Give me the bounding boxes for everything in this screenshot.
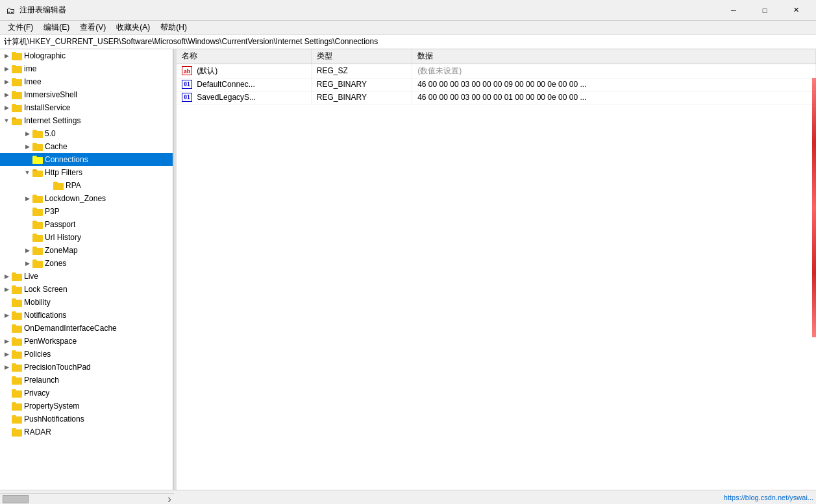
close-button[interactable]: ✕ — [781, 0, 811, 21]
expand-internet-settings[interactable] — [1, 115, 12, 126]
expand-penworkspace[interactable] — [1, 336, 12, 346]
tree-label-holographic: Holographic — [24, 51, 66, 60]
cell-name-savedlegacy[interactable]: 01 SavedLegacyS... — [177, 91, 311, 104]
tree-item-p3p[interactable]: P3P — [0, 205, 173, 218]
tree-item-internet-settings[interactable]: Internet Settings — [0, 114, 173, 127]
expand-lock-screen[interactable] — [1, 284, 12, 294]
folder-icon-penworkspace — [12, 337, 22, 346]
expand-imee[interactable] — [1, 77, 12, 87]
tree-label-lock-screen: Lock Screen — [24, 285, 68, 294]
expand-ondemand[interactable] — [1, 323, 12, 333]
expand-policies[interactable] — [1, 349, 12, 359]
menu-favorites[interactable]: 收藏夹(A) — [111, 21, 155, 34]
tree-item-mobility[interactable]: Mobility — [0, 296, 173, 309]
expand-notifications[interactable] — [1, 310, 12, 320]
folder-icon-ime — [12, 64, 22, 73]
expand-p3p[interactable] — [22, 206, 32, 217]
tree-item-rpa[interactable]: RPA — [0, 179, 173, 192]
tree-item-http-filters[interactable]: Http Filters — [0, 166, 173, 179]
col-header-data[interactable]: 数据 — [412, 49, 816, 64]
tree-item-connections[interactable]: Connections — [0, 153, 173, 166]
col-header-type[interactable]: 类型 — [311, 49, 412, 64]
table-row[interactable]: 01 DefaultConnec... REG_BINARY 46 00 00 … — [177, 78, 816, 91]
tree-item-live[interactable]: Live — [0, 270, 173, 283]
expand-prelaunch[interactable] — [1, 375, 12, 385]
expand-pushnotifications[interactable] — [1, 414, 12, 424]
menu-file[interactable]: 文件(F) — [3, 21, 38, 34]
expand-live[interactable] — [1, 271, 12, 282]
expand-precisiontouchpad[interactable] — [1, 362, 12, 372]
menu-view[interactable]: 查看(V) — [75, 21, 111, 34]
value-icon-binary-2: 01 — [182, 93, 192, 102]
tree-item-prelaunch[interactable]: Prelaunch — [0, 374, 173, 387]
expand-cache[interactable] — [22, 141, 32, 152]
expand-zones[interactable] — [22, 258, 32, 269]
main-content: Holographic ime Imee ImmersiveShell Inst… — [0, 49, 816, 490]
table-row[interactable]: 01 SavedLegacyS... REG_BINARY 46 00 00 0… — [177, 91, 816, 104]
tree-item-passport[interactable]: Passport — [0, 218, 173, 231]
tree-label-http-filters: Http Filters — [45, 168, 82, 177]
tree-item-privacy[interactable]: Privacy — [0, 387, 173, 400]
expand-zonemap[interactable] — [22, 245, 32, 256]
tree-item-immersiveshell[interactable]: ImmersiveShell — [0, 88, 173, 101]
tree-item-lock-screen[interactable]: Lock Screen — [0, 283, 173, 296]
expand-url-history[interactable] — [22, 232, 32, 243]
expand-rpa[interactable] — [43, 180, 53, 191]
tree-item-5.0[interactable]: 5.0 — [0, 127, 173, 140]
expand-propertysystem[interactable] — [1, 401, 12, 411]
col-header-name[interactable]: 名称 — [177, 49, 311, 64]
expand-connections[interactable] — [22, 154, 32, 165]
folder-icon-radar — [12, 427, 22, 437]
minimize-button[interactable]: ─ — [719, 0, 748, 21]
tree-label-penworkspace: PenWorkspace — [24, 337, 77, 346]
tree-item-url-history[interactable]: Url History — [0, 231, 173, 244]
tree-item-radar[interactable]: RADAR — [0, 426, 173, 438]
tree-item-zones[interactable]: Zones — [0, 257, 173, 270]
cell-name-default[interactable]: ab (默认) — [177, 64, 311, 78]
tree-label-url-history: Url History — [45, 233, 81, 242]
menu-edit[interactable]: 编辑(E) — [38, 21, 75, 34]
expand-radar[interactable] — [1, 427, 12, 437]
hscroll-thumb[interactable] — [3, 495, 29, 503]
tree-item-policies[interactable]: Policies — [0, 348, 173, 361]
tree-item-ime[interactable]: ime — [0, 62, 173, 75]
expand-passport[interactable] — [22, 219, 32, 230]
tree-label-passport: Passport — [45, 220, 75, 229]
expand-holographic[interactable] — [1, 51, 12, 61]
tree-item-ondemand[interactable]: OnDemandInterfaceCache — [0, 322, 173, 335]
tree-item-pushnotifications[interactable]: PushNotifications — [0, 413, 173, 426]
tree-item-lockdown-zones[interactable]: Lockdown_Zones — [0, 192, 173, 205]
tree-item-precisiontouchpad[interactable]: PrecisionTouchPad — [0, 361, 173, 374]
tree-item-cache[interactable]: Cache — [0, 140, 173, 153]
expand-immersiveshell[interactable] — [1, 90, 12, 100]
tree-panel[interactable]: Holographic ime Imee ImmersiveShell Inst… — [0, 49, 174, 490]
expand-lockdown-zones[interactable] — [22, 193, 32, 204]
scroll-right-arrow[interactable]: › — [167, 492, 171, 505]
data-panel[interactable]: 名称 类型 数据 ab (默认) REG_SZ (数值未设置) — [177, 49, 816, 490]
tree-item-zonemap[interactable]: ZoneMap — [0, 244, 173, 257]
expand-5.0[interactable] — [22, 128, 32, 139]
expand-ime[interactable] — [1, 64, 12, 74]
tree-item-notifications[interactable]: Notifications — [0, 309, 173, 322]
expand-http-filters[interactable] — [22, 167, 32, 178]
tree-item-imee[interactable]: Imee — [0, 75, 173, 88]
tree-item-penworkspace[interactable]: PenWorkspace — [0, 335, 173, 348]
value-name-savedlegacy: SavedLegacyS... — [197, 93, 256, 102]
expand-privacy[interactable] — [1, 388, 12, 398]
tree-item-installservice[interactable]: InstallService — [0, 101, 173, 114]
tree-item-propertysystem[interactable]: PropertySystem — [0, 400, 173, 413]
cell-name-defaultconn[interactable]: 01 DefaultConnec... — [177, 78, 311, 91]
tree-label-immersiveshell: ImmersiveShell — [24, 90, 77, 99]
folder-icon-pushnotifications — [12, 414, 22, 424]
cell-type-default: REG_SZ — [311, 64, 412, 78]
expand-installservice[interactable] — [1, 102, 12, 113]
tree-hscroll[interactable]: › — [0, 493, 174, 504]
tree-label-ondemand: OnDemandInterfaceCache — [24, 324, 117, 333]
table-row[interactable]: ab (默认) REG_SZ (数值未设置) — [177, 64, 816, 78]
expand-mobility[interactable] — [1, 297, 12, 307]
maximize-button[interactable]: □ — [750, 0, 780, 21]
tree-label-imee: Imee — [24, 77, 42, 86]
menu-help[interactable]: 帮助(H) — [155, 21, 192, 34]
folder-icon-imee — [12, 77, 22, 86]
tree-item-holographic[interactable]: Holographic — [0, 49, 173, 62]
